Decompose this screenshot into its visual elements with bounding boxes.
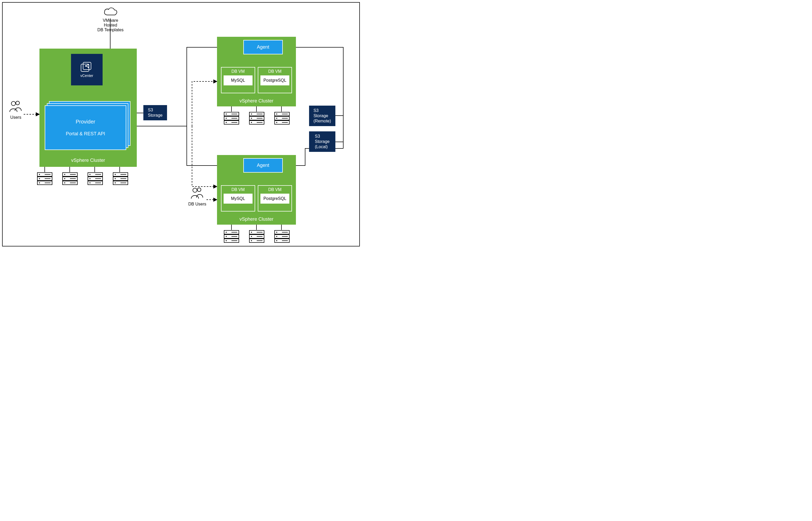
db-chip-postgresql: PostgreSQL [260, 194, 289, 204]
db-chip-mysql: MySQL [223, 194, 253, 204]
svg-point-47 [276, 118, 277, 119]
server-rack-icon [223, 230, 239, 243]
svg-point-36 [226, 122, 227, 123]
cluster-b-dbvm2: DB VM PostgreSQL [258, 185, 292, 211]
dbvm-label: DB VM [232, 187, 245, 192]
svg-point-16 [64, 174, 65, 175]
cluster-b-label: vSphere Cluster [217, 217, 296, 222]
server-rack-icon [87, 172, 103, 185]
server-rack-icon [37, 172, 52, 185]
svg-point-28 [115, 174, 116, 175]
svg-point-30 [115, 182, 116, 183]
svg-point-34 [226, 113, 227, 115]
svg-point-17 [64, 178, 65, 179]
s3-storage-box: S3 Storage [143, 105, 167, 120]
cloud-block: VMware Hosted DB Templates [97, 6, 124, 32]
provider-card: Provider Portal & REST API [45, 105, 126, 150]
vcenter-icon [81, 62, 93, 72]
cluster-b-agent: Agent [243, 158, 283, 173]
cluster-a-dbvm2: DB VM PostgreSQL [258, 67, 292, 93]
svg-point-29 [115, 178, 116, 179]
svg-rect-3 [83, 62, 91, 70]
cluster-a-label: vSphere Cluster [217, 98, 296, 104]
svg-point-42 [251, 122, 252, 123]
svg-point-68 [197, 188, 201, 191]
cluster-a-rack-row [223, 112, 290, 125]
vcenter-label: vCenter [80, 73, 93, 78]
cluster-b-rack-row [223, 230, 290, 243]
provider-subtitle: Portal & REST API [66, 131, 105, 137]
svg-point-22 [89, 174, 90, 175]
cluster-b-dbvm1: DB VM MySQL [221, 185, 255, 211]
svg-point-54 [226, 240, 227, 241]
db-users-label: DB Users [187, 202, 208, 206]
svg-point-59 [251, 236, 252, 237]
svg-point-60 [251, 240, 252, 241]
server-rack-icon [249, 230, 264, 243]
architecture-diagram: VMware Hosted DB Templates Users vCenter [2, 2, 360, 246]
dbvm-label: DB VM [268, 187, 282, 192]
svg-point-12 [39, 182, 40, 183]
svg-point-52 [226, 232, 227, 233]
svg-point-23 [89, 178, 90, 179]
svg-point-66 [276, 240, 277, 241]
svg-point-46 [276, 113, 277, 115]
svg-point-41 [251, 118, 252, 119]
users-icon [190, 186, 205, 201]
users-block: Users [7, 100, 24, 120]
s3-local-box: S3 Storage (Local) [309, 131, 335, 152]
cloud-icon [103, 6, 118, 17]
cloud-label: VMware Hosted DB Templates [97, 18, 124, 32]
server-rack-icon [223, 112, 239, 125]
left-rack-row [37, 172, 128, 185]
users-label: Users [7, 115, 24, 120]
svg-point-53 [226, 236, 227, 237]
svg-point-11 [39, 178, 40, 179]
cluster-a-agent: Agent [243, 40, 283, 54]
provider-title: Provider [76, 119, 95, 125]
svg-point-10 [39, 174, 40, 175]
cluster-b: Agent DB VM MySQL DB VM PostgreSQL vSphe… [217, 155, 296, 225]
svg-point-58 [251, 232, 252, 233]
users-icon [9, 100, 23, 114]
svg-point-67 [193, 188, 197, 192]
s3-remote-box: S3 Storage (Remote) [309, 106, 335, 126]
db-chip-postgresql: PostgreSQL [260, 75, 289, 85]
svg-point-48 [276, 122, 277, 123]
left-cluster-label: vSphere Cluster [40, 158, 137, 163]
server-rack-icon [62, 172, 78, 185]
dbvm-label: DB VM [232, 69, 245, 74]
cluster-a-dbvm1: DB VM MySQL [221, 67, 255, 93]
svg-point-64 [276, 232, 277, 233]
svg-point-18 [64, 182, 65, 183]
svg-point-40 [251, 113, 252, 115]
db-chip-mysql: MySQL [223, 75, 253, 85]
left-cluster: vCenter Provider Portal & REST API vSphe… [40, 49, 137, 167]
svg-point-0 [11, 101, 16, 106]
dbvm-label: DB VM [268, 69, 282, 74]
svg-point-35 [226, 118, 227, 119]
server-rack-icon [249, 112, 264, 125]
svg-point-24 [89, 182, 90, 183]
db-users-block: DB Users [187, 186, 208, 206]
vcenter-box: vCenter [71, 54, 103, 85]
server-rack-icon [274, 112, 290, 125]
cluster-a: Agent DB VM MySQL DB VM PostgreSQL vSphe… [217, 37, 296, 107]
svg-point-1 [16, 101, 19, 105]
svg-point-65 [276, 236, 277, 237]
server-rack-icon [112, 172, 128, 185]
server-rack-icon [274, 230, 290, 243]
